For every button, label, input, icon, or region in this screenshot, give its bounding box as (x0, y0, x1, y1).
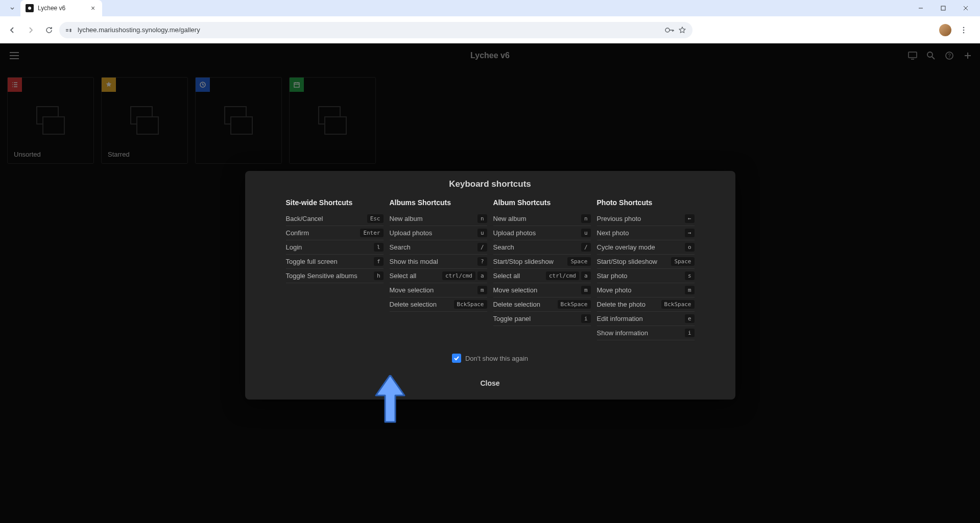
profile-avatar[interactable] (939, 24, 951, 36)
svg-point-7 (665, 28, 670, 32)
window-maximize-button[interactable] (933, 1, 953, 15)
key-badge: i (581, 314, 591, 323)
shortcut-label: Show information (597, 329, 648, 337)
shortcut-keys: BckSpace (558, 300, 591, 309)
tab-favicon-icon (26, 4, 34, 12)
key-badge: o (685, 243, 695, 252)
shortcut-label: Start/Stop slideshow (597, 258, 658, 265)
svg-rect-29 (294, 83, 299, 87)
shortcut-label: Cycle overlay mode (597, 243, 655, 251)
shortcut-label: Next photo (597, 229, 629, 237)
shortcut-keys: m (581, 286, 591, 294)
shortcut-keys: f (374, 257, 384, 266)
key-badge: f (374, 257, 384, 266)
album-grid: Unsorted Starred (0, 68, 980, 173)
column-title: Album Shortcuts (493, 198, 591, 212)
shortcut-label: Move photo (597, 286, 632, 294)
shortcut-label: Move selection (493, 286, 538, 294)
shortcut-label: New album (493, 215, 527, 222)
add-icon[interactable] (962, 49, 974, 62)
album-starred[interactable]: Starred (101, 77, 188, 164)
window-minimize-button[interactable] (911, 1, 931, 15)
bookmark-icon[interactable] (678, 26, 686, 34)
key-badge: s (685, 271, 695, 280)
password-icon[interactable] (665, 27, 674, 33)
tab-title: Lychee v6 (38, 5, 65, 12)
shortcut-row: Cycle overlay modeo (597, 240, 695, 255)
shortcut-keys: Space (671, 257, 694, 266)
dont-show-again-row[interactable]: Don't show this again (245, 354, 735, 363)
shortcut-column: Site-wide ShortcutsBack/CancelEscConfirm… (286, 198, 384, 340)
svg-text:?: ? (948, 53, 951, 59)
tab-close-button[interactable]: × (89, 4, 97, 12)
svg-rect-3 (66, 29, 68, 30)
modal-title: Keyboard shortcuts (245, 171, 735, 198)
shortcut-row: Start/Stop slideshowSpace (493, 255, 591, 269)
shortcut-column: Photo ShortcutsPrevious photo←Next photo… (597, 198, 695, 340)
key-badge: ? (477, 257, 487, 266)
shortcut-keys: e (685, 314, 695, 323)
shortcut-row: Search/ (493, 240, 591, 255)
window-close-button[interactable] (955, 1, 976, 15)
site-settings-icon[interactable] (65, 27, 74, 34)
shortcut-label: Upload photos (390, 229, 433, 237)
shortcut-keys: Space (567, 257, 590, 266)
browser-tab[interactable]: Lychee v6 × (20, 0, 102, 16)
shortcut-row: New albumn (390, 212, 487, 226)
svg-rect-2 (941, 6, 945, 10)
shortcut-keys: m (477, 286, 487, 294)
placeholder-icon (130, 106, 159, 135)
album-recent[interactable] (195, 77, 282, 164)
forward-button[interactable] (22, 22, 39, 38)
close-button[interactable]: Close (245, 363, 735, 391)
back-button[interactable] (4, 22, 20, 38)
search-icon[interactable] (925, 49, 937, 62)
key-badge: BckSpace (454, 300, 487, 309)
column-title: Albums Shortcuts (390, 198, 487, 212)
shortcut-keys: i (685, 329, 695, 337)
key-badge: l (374, 243, 384, 252)
key-badge: n (581, 214, 591, 223)
menu-button[interactable] (6, 47, 22, 64)
album-onthisday[interactable] (289, 77, 376, 164)
key-badge: h (374, 271, 384, 280)
column-title: Site-wide Shortcuts (286, 198, 384, 212)
svg-point-0 (28, 7, 31, 10)
shortcuts-grid: Site-wide ShortcutsBack/CancelEscConfirm… (245, 198, 735, 340)
shortcut-label: Delete selection (493, 301, 541, 308)
shortcut-row: Previous photo← (597, 212, 695, 226)
key-badge: m (477, 286, 487, 294)
browser-menu-button[interactable] (955, 22, 972, 38)
url-bar[interactable]: lychee.mariushosting.synology.me/gallery (59, 22, 692, 38)
key-badge: m (581, 286, 591, 294)
shortcut-label: Select all (390, 272, 417, 280)
tab-dropdown-button[interactable] (6, 2, 18, 14)
album-unsorted[interactable]: Unsorted (7, 77, 94, 164)
shortcut-label: Search (390, 243, 411, 251)
placeholder-icon (224, 106, 253, 135)
shortcut-label: Edit information (597, 315, 643, 322)
key-badge: ← (685, 214, 695, 223)
reload-button[interactable] (41, 22, 57, 38)
key-badge: m (685, 286, 695, 294)
shortcut-row: Delete selectionBckSpace (390, 297, 487, 312)
shortcut-label: Star photo (597, 272, 628, 280)
app-header: Lychee v6 ? (0, 43, 980, 68)
shortcut-keys: BckSpace (454, 300, 487, 309)
shortcut-keys: ? (477, 257, 487, 266)
svg-point-10 (963, 32, 965, 33)
tab-bar: Lychee v6 × (0, 0, 980, 16)
svg-line-17 (932, 57, 935, 59)
shortcut-row: Move photom (597, 283, 695, 297)
help-icon[interactable]: ? (943, 49, 955, 62)
display-icon[interactable] (906, 49, 919, 62)
checkbox-checked-icon[interactable] (452, 354, 461, 363)
shortcut-label: New album (390, 215, 423, 222)
shortcut-row: Search/ (390, 240, 487, 255)
svg-point-8 (963, 27, 965, 28)
shortcut-keys: / (581, 243, 591, 252)
shortcut-label: Select all (493, 272, 520, 280)
shortcut-row: Select allctrl/cmda (390, 269, 487, 283)
shortcut-row: Loginl (286, 240, 384, 255)
shortcut-row: Back/CancelEsc (286, 212, 384, 226)
